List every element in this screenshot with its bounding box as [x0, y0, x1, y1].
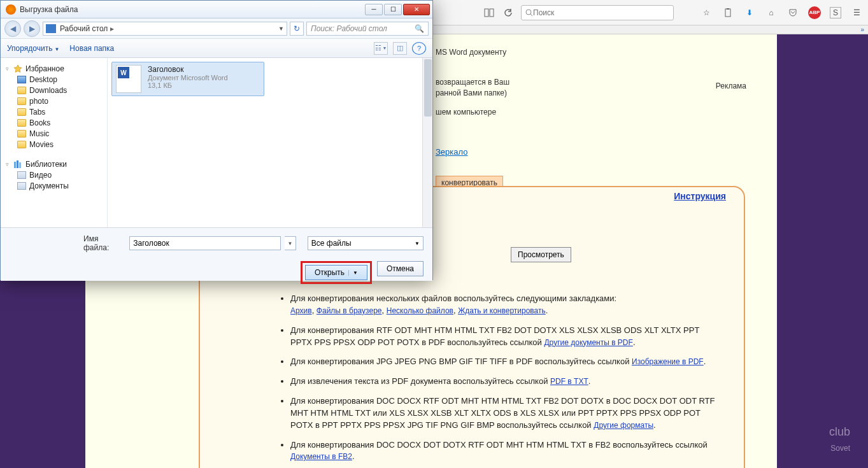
nav-item-desktop[interactable]: Desktop [17, 75, 106, 84]
open-button[interactable]: Открыть▼ [305, 265, 367, 280]
home-icon[interactable]: ⌂ [765, 6, 778, 19]
list-item: Для конвертирования JPG JPEG PNG BMP GIF… [290, 356, 718, 368]
mirror-link[interactable]: Зеркало [436, 147, 467, 157]
svg-rect-7 [17, 160, 18, 168]
organize-menu[interactable]: Упорядочить▼ [7, 44, 59, 53]
favorites-group[interactable]: ▿Избранное [6, 64, 106, 73]
watermark: club Sovet [829, 427, 850, 453]
nav-item-lib[interactable]: Документы [17, 181, 106, 190]
nav-item-movies[interactable]: Movies [17, 140, 106, 149]
svg-rect-0 [485, 9, 488, 17]
help-button[interactable]: ? [412, 42, 426, 55]
forward-button[interactable]: ▶ [24, 20, 40, 37]
nav-item-downloads[interactable]: Downloads [17, 86, 106, 95]
info-l4: шем компьютере [436, 107, 608, 118]
download-icon[interactable]: ⬇ [743, 6, 756, 19]
search-icon: 🔍 [415, 24, 424, 33]
folder-icon [17, 141, 26, 148]
maximize-button[interactable]: ☐ [384, 4, 402, 15]
back-button[interactable]: ◀ [4, 20, 21, 37]
folder-icon [17, 130, 26, 138]
menu-icon[interactable]: ☰ [850, 6, 863, 19]
star-icon[interactable]: ☆ [700, 6, 713, 19]
file-size: 13,1 КБ [148, 82, 228, 89]
scrollbar-v[interactable] [422, 58, 432, 227]
instruction-link[interactable]: Инструкция [674, 191, 726, 201]
s-icon[interactable]: S [830, 7, 841, 18]
browse-button[interactable]: Просмотреть [511, 247, 571, 262]
chevron-right-icon[interactable]: ▸ [108, 24, 117, 33]
list-item: Для извлечения текста из PDF документа в… [290, 376, 718, 388]
list-item: Для конвертирования DOC DOCX RTF ODT MHT… [290, 395, 718, 432]
titlebar[interactable]: Выгрузка файла ─ ☐ ✕ [1, 1, 432, 18]
search-box[interactable] [521, 5, 674, 20]
nav-item-books[interactable]: Books [17, 118, 106, 127]
svg-rect-5 [727, 8, 729, 10]
content-link[interactable]: Файлы в браузере [317, 306, 382, 315]
preview-pane-button[interactable]: ◫ [393, 42, 407, 55]
nav-item-music[interactable]: Music [17, 129, 106, 138]
filename-label: Имя файла: [83, 234, 125, 252]
content-link[interactable]: Несколько файлов [387, 306, 453, 315]
clipboard-icon[interactable] [722, 6, 734, 19]
word-doc-icon: W [116, 65, 141, 93]
library-item-icon [17, 171, 26, 179]
bookmark-overflow[interactable]: » [433, 25, 868, 34]
command-bar: Упорядочить▼ Новая папка ☷▼ ◫ ? [1, 39, 432, 58]
content-link[interactable]: Другие форматы [594, 421, 653, 430]
folder-icon [17, 119, 26, 127]
view-options-button[interactable]: ☷▼ [374, 42, 388, 55]
refresh-button[interactable]: ↻ [290, 22, 304, 36]
content-link[interactable]: Другие документы в PDF [544, 338, 632, 347]
content-link[interactable]: Документы в FB2 [290, 452, 352, 461]
reader-icon[interactable] [483, 6, 495, 19]
nav-pane: ▿Избранное DesktopDownloadsphotoTabsBook… [1, 58, 108, 227]
info-l3: ранной Вами папке) [436, 88, 608, 99]
list-item: Для конвертирования нескольких файлов во… [290, 293, 718, 317]
open-button-highlight: Открыть▼ [301, 261, 372, 284]
file-name: Заголовок [148, 65, 228, 74]
close-button[interactable]: ✕ [403, 4, 430, 15]
info-l1: MS Word документу [436, 47, 608, 58]
nav-item-photo[interactable]: photo [17, 97, 106, 106]
dialog-search[interactable]: Поиск: Рабочий стол 🔍 [306, 22, 429, 36]
abp-icon[interactable]: ABP [808, 6, 821, 19]
file-type-filter[interactable]: Все файлы▼ [308, 236, 423, 250]
pocket-icon[interactable] [786, 6, 799, 19]
firefox-icon [6, 4, 16, 15]
filename-input[interactable] [129, 236, 281, 250]
minimize-button[interactable]: ─ [365, 4, 383, 15]
monitor-icon [17, 76, 26, 83]
file-item-selected[interactable]: W Заголовок Документ Microsoft Word 13,1… [111, 62, 264, 96]
crumb-text: Рабочий стол [60, 24, 108, 33]
watermark-top: club [829, 427, 850, 437]
content-link[interactable]: Ждать и конвертировать [458, 306, 546, 315]
list-item: Для конвертирования DOC DOCX DOT DOTX RT… [290, 439, 718, 464]
library-icon [13, 160, 22, 169]
file-list[interactable]: W Заголовок Документ Microsoft Word 13,1… [108, 58, 432, 227]
content-link[interactable]: Архив [290, 306, 312, 315]
search-input[interactable] [533, 8, 669, 17]
chevron-down-icon[interactable]: ▼ [278, 25, 284, 32]
svg-point-2 [526, 10, 531, 15]
breadcrumb[interactable]: Рабочий стол ▸ ▼ [43, 22, 287, 36]
folder-icon [17, 108, 26, 116]
filename-history-button[interactable]: ▼ [285, 236, 296, 250]
nav-item-lib[interactable]: Видео [17, 171, 106, 180]
new-folder-button[interactable]: Новая папка [69, 44, 114, 53]
nav-item-tabs[interactable]: Tabs [17, 108, 106, 117]
reload-icon[interactable] [502, 6, 515, 19]
folder-icon [17, 87, 26, 94]
library-item-icon [17, 182, 26, 190]
bottom-bar: Имя файла: ▼ Все файлы▼ Открыть▼ Отмена [1, 227, 432, 281]
list-item: Для конвертирования RTF ODT MHT HTM HTML… [290, 325, 718, 349]
svg-line-3 [530, 14, 532, 16]
libraries-label: Библиотеки [25, 160, 67, 169]
content-link[interactable]: Изображение в PDF [632, 357, 704, 366]
cancel-button[interactable]: Отмена [377, 261, 423, 276]
content-link[interactable]: PDF в TXT [550, 377, 588, 386]
watermark-bot: Sovet [830, 444, 850, 453]
svg-rect-8 [19, 162, 21, 168]
libraries-group[interactable]: ▿Библиотеки [6, 160, 106, 169]
file-type: Документ Microsoft Word [148, 74, 228, 82]
